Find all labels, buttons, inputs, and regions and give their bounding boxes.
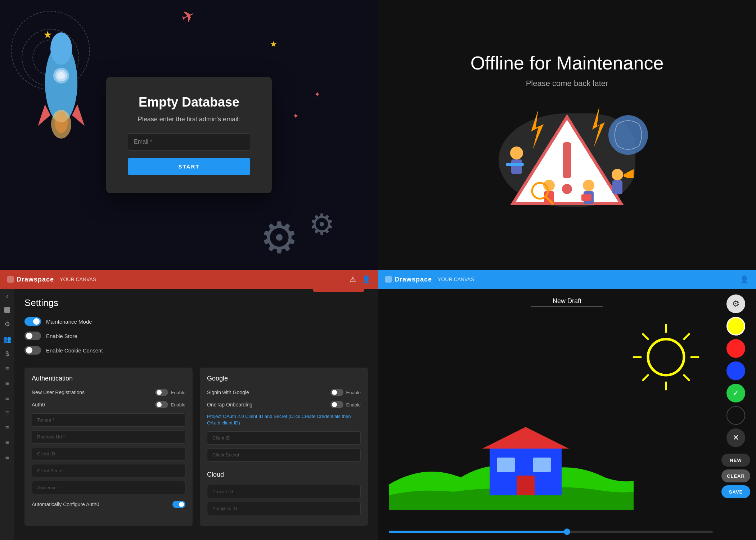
color-blue[interactable] bbox=[726, 361, 745, 380]
toggle-knob-5 bbox=[157, 402, 162, 407]
sidebar-icons: ‹ ⚙ 👥 $ ≡ ≡ ≡ ≡ ≡ ≡ ≡ bbox=[0, 289, 14, 540]
panel-canvas: Drawspace YOUR CANVAS 👤 bbox=[378, 270, 756, 540]
sidebar-icon-block[interactable] bbox=[4, 307, 10, 313]
toggle-knob-4 bbox=[157, 390, 162, 395]
onetap-row: OneTap Onboarding Enable bbox=[207, 401, 361, 408]
auto-configure-toggle[interactable] bbox=[172, 501, 185, 508]
user-icon-canvas: 👤 bbox=[740, 275, 749, 284]
new-user-reg-label: New User Registrations bbox=[32, 390, 85, 395]
cookie-toggle[interactable] bbox=[24, 346, 41, 355]
auth0-toggle[interactable] bbox=[155, 401, 168, 408]
toggle-knob-6 bbox=[179, 502, 184, 507]
google-heading: Google bbox=[207, 375, 361, 382]
auth-heading: Authentication bbox=[32, 375, 185, 382]
auth0-row: Auth0 Enable bbox=[32, 401, 185, 408]
settings-content: Settings Maintenance Mode Enable Store bbox=[14, 289, 378, 540]
color-yellow[interactable] bbox=[726, 317, 745, 336]
sidebar-icon-list-7[interactable]: ≡ bbox=[5, 454, 9, 461]
sidebar-icon-gear[interactable]: ⚙ bbox=[4, 320, 10, 328]
redirect-url-input[interactable] bbox=[32, 430, 185, 444]
new-user-reg-toggle[interactable] bbox=[155, 389, 168, 396]
svg-rect-11 bbox=[563, 142, 571, 178]
auth0-client-secret-input[interactable] bbox=[32, 464, 185, 477]
toggle-knob-8 bbox=[332, 402, 337, 407]
onetap-label: OneTap Onboarding bbox=[207, 402, 252, 408]
auto-configure-label: Automatically Configure Auth0 bbox=[32, 501, 99, 507]
auth0-client-id-input[interactable] bbox=[32, 447, 185, 460]
sidebar-icon-list-2[interactable]: ≡ bbox=[5, 380, 9, 387]
toggle-knob-3 bbox=[26, 347, 32, 354]
toggle-knob bbox=[33, 318, 40, 325]
svg-point-27 bbox=[583, 180, 594, 191]
sidebar-icon-list-4[interactable]: ≡ bbox=[5, 409, 9, 417]
signin-google-toggle[interactable] bbox=[330, 389, 343, 396]
svg-rect-20 bbox=[612, 180, 622, 194]
save-button[interactable]: SAVE bbox=[721, 485, 750, 498]
toggle-store: Enable Store bbox=[24, 332, 103, 340]
empty-database-modal: Empty Database Please enter the first ad… bbox=[106, 77, 272, 193]
new-user-reg-row: New User Registrations Enable bbox=[32, 389, 185, 396]
store-label: Enable Store bbox=[46, 333, 77, 339]
maintenance-label: Maintenance Mode bbox=[46, 319, 92, 325]
cloud-heading: Cloud bbox=[207, 471, 361, 478]
svg-rect-42 bbox=[497, 458, 515, 472]
svg-line-37 bbox=[643, 375, 648, 380]
settings-section-grid: Authentication New User Registrations En… bbox=[24, 368, 368, 526]
tenant-input[interactable] bbox=[32, 413, 185, 427]
start-button[interactable]: START bbox=[128, 158, 250, 175]
settings-left-col: Settings Maintenance Mode Enable Store bbox=[24, 297, 103, 360]
email-field[interactable] bbox=[128, 133, 250, 150]
sidebar-icon-list-1[interactable]: ≡ bbox=[5, 365, 9, 373]
action-buttons: NEW CLEAR SAVE bbox=[721, 454, 750, 498]
house-svg bbox=[389, 420, 634, 510]
google-client-id-input[interactable] bbox=[207, 431, 361, 445]
color-red[interactable] bbox=[726, 339, 745, 358]
maintenance-toggle[interactable] bbox=[24, 317, 41, 326]
sun-svg bbox=[630, 321, 702, 393]
modal-title: Empty Database bbox=[128, 95, 250, 110]
svg-point-8 bbox=[55, 112, 68, 133]
svg-marker-6 bbox=[72, 104, 85, 126]
enable-label-3: Enable bbox=[346, 390, 361, 395]
sidebar-icon-list-6[interactable]: ≡ bbox=[5, 439, 9, 446]
eraser-tool[interactable]: ✕ bbox=[726, 428, 745, 447]
clear-button[interactable]: CLEAR bbox=[721, 469, 750, 482]
topbar-canvas: Drawspace YOUR CANVAS 👤 bbox=[378, 270, 756, 289]
warning-svg bbox=[477, 103, 657, 218]
svg-point-19 bbox=[612, 169, 623, 180]
topbar-logo-settings: Drawspace bbox=[17, 276, 54, 283]
maintenance-subtitle: Please come back later bbox=[526, 79, 608, 88]
store-toggle[interactable] bbox=[24, 332, 41, 340]
svg-marker-21 bbox=[626, 169, 634, 178]
analytics-id-input[interactable] bbox=[207, 502, 361, 515]
onetap-toggle[interactable] bbox=[330, 401, 343, 408]
project-id-input[interactable] bbox=[207, 485, 361, 498]
star-pink-2: ✦ bbox=[293, 112, 299, 120]
tool-settings-button[interactable]: ⚙ bbox=[726, 294, 745, 313]
svg-rect-17 bbox=[511, 159, 522, 174]
canvas-title-input[interactable] bbox=[531, 296, 603, 307]
sidebar-icon-users[interactable]: 👥 bbox=[3, 335, 11, 343]
color-black[interactable] bbox=[726, 406, 745, 425]
sidebar-icon-collapse[interactable]: ‹ bbox=[6, 292, 8, 300]
new-button[interactable]: NEW bbox=[721, 454, 750, 467]
sidebar-icon-list-5[interactable]: ≡ bbox=[5, 424, 9, 432]
offline-button[interactable]: Offline bbox=[313, 289, 364, 292]
maintenance-title: Offline for Maintenance bbox=[471, 52, 664, 74]
auto-configure-row: Automatically Configure Auth0 bbox=[32, 501, 185, 508]
svg-line-38 bbox=[684, 375, 689, 380]
audience-input[interactable] bbox=[32, 481, 185, 494]
settings-layout: ‹ ⚙ 👥 $ ≡ ≡ ≡ ≡ ≡ ≡ ≡ Settings bbox=[0, 289, 378, 540]
google-client-secret-input[interactable] bbox=[207, 448, 361, 462]
svg-point-30 bbox=[648, 339, 684, 375]
sidebar-icon-dollar[interactable]: $ bbox=[5, 350, 9, 358]
color-green[interactable]: ✓ bbox=[726, 384, 745, 402]
sidebar-icon-list-3[interactable]: ≡ bbox=[5, 395, 9, 402]
canvas-drawing-area[interactable]: ⚙ ✓ ✕ NEW CLEAR SAVE bbox=[378, 289, 756, 540]
oauth-link-text[interactable]: Project OAuth 2.0 Client ID and Secret (… bbox=[207, 413, 361, 426]
svg-rect-43 bbox=[533, 458, 551, 472]
svg-line-36 bbox=[684, 334, 689, 339]
svg-rect-29 bbox=[581, 194, 591, 201]
settings-title: Settings bbox=[24, 297, 103, 309]
enable-label-1: Enable bbox=[171, 390, 185, 395]
